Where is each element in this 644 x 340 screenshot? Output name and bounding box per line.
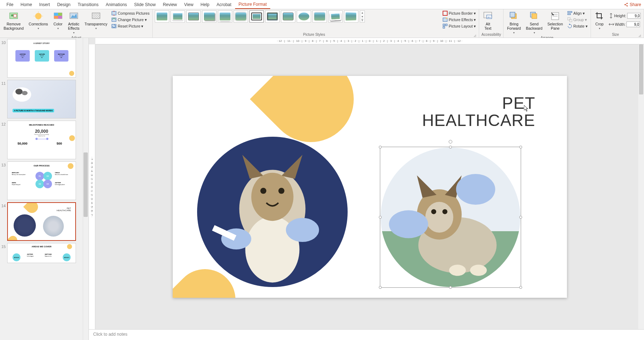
slide-canvas[interactable]: PETHEALTHCARE (173, 76, 567, 298)
width-input[interactable] (626, 21, 640, 27)
height-input[interactable] (627, 13, 641, 19)
ribbon-group-arrange: Bring Forward▾ Send Backward▾ Selection … (504, 9, 591, 38)
slide-thumbnail-preview[interactable]: A BRIEF STORYJUPITERtext text01SATURNtex… (7, 39, 76, 78)
cat-image-right[interactable] (381, 147, 520, 287)
menu-acrobat[interactable]: Acrobat (213, 1, 235, 9)
editor-vertical-scrollbar[interactable] (638, 44, 644, 329)
slide-thumbnail-preview[interactable]: A PICTURE IS WORTH A THOUSAND WORDS (7, 80, 76, 118)
slide-thumbnail-preview[interactable]: OUR PROCESS01020304MERCURYMercury is the… (7, 161, 76, 200)
color-button[interactable]: Color▾ (52, 10, 65, 31)
corrections-button[interactable]: Corrections▾ (27, 10, 49, 31)
slide-thumbnail-preview[interactable]: MILESTONES REACHED20,000Pets we have suc… (7, 121, 76, 159)
remove-background-button[interactable]: Remove Background (2, 10, 25, 31)
slide-thumbnail-11[interactable]: 11A PICTURE IS WORTH A THOUSAND WORDS (0, 79, 89, 120)
rotate-handle[interactable] (449, 140, 452, 144)
picture-styles-gallery[interactable]: ▴▾⊽ (155, 10, 440, 23)
notes-pane[interactable]: Click to add notes (89, 329, 644, 340)
transparency-button[interactable]: Transparency▾ (83, 10, 109, 31)
slide-thumbnail-preview[interactable]: AREAS WE COVERAREA AJUPITERIts the bigge… (7, 243, 76, 263)
size-dialog-launcher[interactable]: ◿ (638, 34, 641, 37)
selection-pane-button[interactable]: Selection Pane (546, 10, 564, 31)
svg-point-22 (446, 18, 447, 19)
ribbon-group-accessibility: abc Alt Text Accessibility (479, 9, 503, 38)
color-icon (53, 11, 63, 21)
menu-help[interactable]: Help (197, 1, 213, 9)
svg-point-3 (35, 13, 42, 19)
picture-layout-button[interactable]: Picture Layout ▾ (442, 23, 477, 29)
resize-handle-nw[interactable] (379, 146, 382, 149)
artistic-effects-button[interactable]: Artistic Effects▾ (67, 10, 81, 35)
svg-rect-37 (568, 14, 571, 15)
remove-bg-icon (9, 11, 19, 21)
slide-editor: · 12 · | · 11 · | · 10 · | · 9 · | · 8 ·… (89, 38, 644, 340)
menu-transitions[interactable]: Transitions (74, 1, 102, 9)
svg-point-59 (389, 210, 428, 238)
border-icon (443, 11, 448, 16)
bring-forward-button[interactable]: Bring Forward▾ (506, 10, 523, 35)
slide-title-text[interactable]: PETHEALTHCARE (422, 94, 535, 129)
menu-view[interactable]: View (181, 1, 197, 9)
align-button[interactable]: Align ▾ (567, 10, 588, 16)
menu-insert[interactable]: Insert (35, 1, 53, 9)
svg-point-57 (431, 209, 436, 214)
slide-thumbnail-13[interactable]: 13OUR PROCESS01020304MERCURYMercury is t… (0, 160, 89, 201)
svg-rect-32 (532, 14, 537, 19)
menu-picture-format[interactable]: Picture Format (235, 0, 271, 9)
slide-thumbnail-10[interactable]: 10A BRIEF STORYJUPITERtext text01SATURNt… (0, 38, 89, 79)
selection-pane-icon (550, 11, 560, 21)
ribbon-group-picture-styles: ▴▾⊽ Picture Border ▾ Picture Effects ▾ P… (153, 9, 479, 38)
ribbon: Remove Background Corrections▾ Color▾ Ar… (0, 9, 644, 38)
slide-thumbnail-12[interactable]: 12MILESTONES REACHED20,000Pets we have s… (0, 120, 89, 160)
menu-animations[interactable]: Animations (102, 1, 130, 9)
resize-handle-ne[interactable] (519, 146, 522, 149)
crop-icon (595, 11, 605, 21)
svg-point-48 (278, 188, 284, 194)
menu-review[interactable]: Review (159, 1, 180, 9)
group-icon (567, 17, 572, 22)
resize-handle-sw[interactable] (379, 286, 382, 289)
svg-point-62 (470, 265, 487, 276)
slide-thumbnail-14[interactable]: 14PETHEALTHCARE (0, 201, 89, 242)
menu-file[interactable]: File (3, 1, 17, 9)
cat-image-left[interactable] (197, 137, 348, 287)
alt-text-button[interactable]: abc Alt Text (481, 10, 494, 31)
menu-design[interactable]: Design (53, 1, 74, 9)
svg-rect-36 (568, 11, 572, 13)
picture-border-button[interactable]: Picture Border ▾ (442, 10, 477, 16)
height-field[interactable]: Height: (608, 13, 641, 19)
width-field[interactable]: Width: (608, 21, 641, 28)
slide-number: 14 (1, 202, 7, 208)
resize-handle-se[interactable] (519, 286, 522, 289)
menu-slideshow[interactable]: Slide Show (130, 1, 159, 9)
send-backward-button[interactable]: Send Backward▾ (524, 10, 544, 35)
horizontal-ruler: · 12 · | · 11 · | · 10 · | · 9 · | · 8 ·… (95, 38, 644, 44)
picture-styles-dialog-launcher[interactable]: ◿ (473, 34, 477, 37)
share-icon (624, 3, 628, 7)
menu-bar: File Home Insert Design Transitions Anim… (0, 0, 644, 9)
svg-point-46 (251, 173, 294, 221)
slide-thumbnail-15[interactable]: 15AREAS WE COVERAREA AJUPITERIts the big… (0, 242, 89, 264)
editor-scrollbar-thumb[interactable] (639, 44, 643, 94)
slide-thumbnail-preview[interactable]: PETHEALTHCARE (7, 202, 76, 241)
thumbnail-scrollbar[interactable] (83, 38, 89, 340)
crop-button[interactable]: Crop▾ (593, 10, 606, 31)
artistic-icon (69, 11, 79, 21)
change-picture-button[interactable]: Change Picture ▾ (111, 17, 150, 23)
vertical-ruler: · 7 · 6 · 5 · 4 · 3 · 2 · 1 · 0 · 1 · 2 … (89, 44, 95, 329)
slide-number: 11 (1, 80, 7, 86)
rotate-button[interactable]: Rotate ▾ (567, 23, 588, 29)
align-icon (567, 11, 572, 16)
svg-rect-14 (92, 13, 100, 19)
menu-home[interactable]: Home (17, 1, 35, 9)
svg-point-58 (442, 209, 447, 214)
transparency-icon (91, 11, 101, 21)
picture-effects-button[interactable]: Picture Effects ▾ (442, 17, 477, 23)
reset-picture-button[interactable]: Reset Picture ▾ (111, 23, 150, 29)
svg-point-50 (286, 218, 319, 242)
share-button[interactable]: Share (624, 2, 641, 7)
gallery-more-button[interactable]: ▴▾⊽ (360, 10, 365, 23)
thumbnail-scrollbar-thumb[interactable] (84, 152, 88, 217)
compress-pictures-button[interactable]: Compress Pictures (111, 10, 150, 16)
reset-icon (111, 24, 116, 29)
group-button[interactable]: Group ▾ (567, 17, 588, 23)
